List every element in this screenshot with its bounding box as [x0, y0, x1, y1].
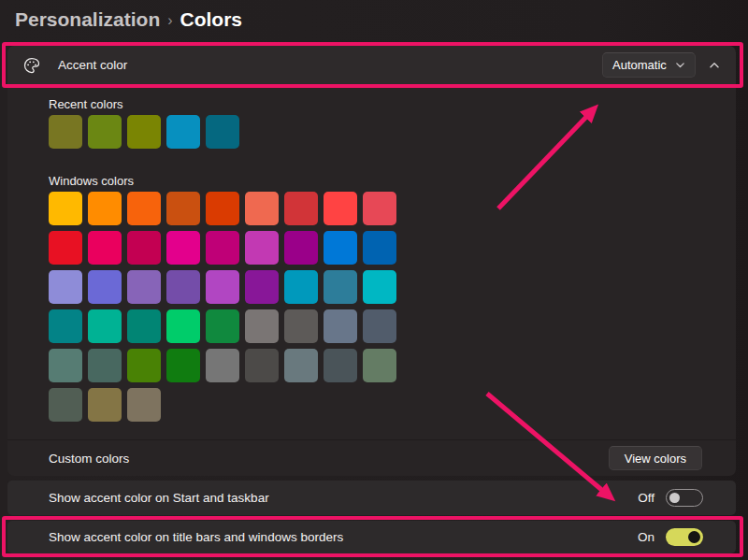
color-swatch[interactable]: [245, 270, 279, 304]
color-swatch[interactable]: [284, 270, 318, 304]
recent-colors-label: Recent colors: [49, 97, 122, 111]
color-swatch[interactable]: [363, 231, 396, 265]
accent-start-taskbar-row: Show accent color on Start and taskbar O…: [7, 481, 736, 515]
breadcrumb-separator: ›: [167, 10, 172, 29]
recent-colors-swatches: [49, 115, 239, 149]
toggle-knob: [669, 493, 680, 503]
accent-titlebar-row: Show accent color on title bars and wind…: [7, 521, 736, 553]
palette-icon: [22, 56, 41, 75]
color-swatch[interactable]: [127, 349, 161, 382]
accent-start-taskbar-toggle[interactable]: [666, 489, 703, 507]
settings-colors-page: Personalization › Colors Accent color Au…: [0, 0, 748, 560]
color-swatch[interactable]: [206, 270, 239, 304]
color-swatch[interactable]: [324, 270, 357, 304]
chevron-up-icon: [709, 60, 720, 71]
accent-titlebar-label: Show accent color on title bars and wind…: [49, 530, 343, 544]
color-swatch[interactable]: [49, 388, 82, 422]
color-swatch[interactable]: [166, 349, 200, 382]
toggle-state-off-label: Off: [638, 491, 654, 505]
page-title: Colors: [180, 8, 243, 31]
color-swatch[interactable]: [127, 231, 161, 265]
color-swatch[interactable]: [49, 309, 82, 343]
collapse-expander-button[interactable]: [704, 52, 725, 78]
color-swatch[interactable]: [88, 270, 122, 304]
color-swatch[interactable]: [206, 309, 239, 343]
color-swatch[interactable]: [127, 388, 161, 422]
color-swatch[interactable]: [88, 309, 122, 343]
color-swatch[interactable]: [88, 231, 122, 265]
accent-start-taskbar-label: Show accent color on Start and taskbar: [49, 491, 269, 505]
color-swatch[interactable]: [284, 192, 318, 225]
color-swatch[interactable]: [206, 231, 239, 265]
color-swatch[interactable]: [284, 309, 318, 343]
custom-colors-label: Custom colors: [49, 452, 129, 466]
color-swatch[interactable]: [88, 192, 122, 225]
color-swatch[interactable]: [245, 309, 279, 343]
color-swatch[interactable]: [166, 270, 200, 304]
accent-color-row[interactable]: Accent color Automatic: [7, 46, 736, 84]
custom-colors-row: Custom colors View colors: [7, 439, 736, 476]
color-swatch[interactable]: [166, 115, 200, 149]
color-swatch[interactable]: [166, 192, 200, 225]
color-swatch[interactable]: [127, 270, 161, 304]
color-swatch[interactable]: [245, 192, 279, 225]
breadcrumb-personalization[interactable]: Personalization: [15, 8, 160, 31]
color-swatch[interactable]: [324, 231, 357, 265]
color-swatch[interactable]: [324, 349, 357, 382]
color-swatch[interactable]: [49, 231, 82, 265]
color-swatch[interactable]: [127, 115, 161, 149]
accent-color-expanded-panel: Recent colors Windows colors: [7, 85, 736, 439]
color-swatch[interactable]: [206, 115, 239, 149]
accent-color-label: Accent color: [58, 58, 127, 72]
color-swatch[interactable]: [49, 270, 82, 304]
color-swatch[interactable]: [324, 309, 357, 343]
windows-colors-grid: [49, 192, 396, 422]
windows-colors-label: Windows colors: [49, 174, 134, 188]
color-swatch[interactable]: [88, 388, 122, 422]
color-swatch[interactable]: [88, 349, 122, 382]
color-swatch[interactable]: [245, 231, 279, 265]
color-swatch[interactable]: [284, 349, 318, 382]
color-swatch[interactable]: [127, 192, 161, 225]
color-swatch[interactable]: [363, 270, 396, 304]
chevron-down-icon: [675, 60, 685, 70]
toggle-state-on-label: On: [638, 530, 654, 544]
color-swatch[interactable]: [166, 231, 200, 265]
accent-titlebar-toggle[interactable]: [666, 528, 703, 546]
color-swatch[interactable]: [49, 349, 82, 382]
color-swatch[interactable]: [206, 192, 239, 225]
accent-mode-value: Automatic: [612, 58, 667, 72]
view-colors-button[interactable]: View colors: [609, 446, 702, 470]
color-swatch[interactable]: [166, 309, 200, 343]
toggle-knob: [688, 531, 700, 543]
color-swatch[interactable]: [284, 231, 318, 265]
color-swatch[interactable]: [245, 349, 279, 382]
color-swatch[interactable]: [206, 349, 239, 382]
color-swatch[interactable]: [363, 349, 396, 382]
color-swatch[interactable]: [49, 192, 82, 225]
color-swatch[interactable]: [363, 192, 396, 225]
color-swatch[interactable]: [324, 192, 357, 225]
color-swatch[interactable]: [127, 309, 161, 343]
color-swatch[interactable]: [88, 115, 122, 149]
breadcrumb: Personalization › Colors: [15, 4, 242, 36]
accent-mode-dropdown[interactable]: Automatic: [602, 52, 696, 78]
color-swatch[interactable]: [49, 115, 82, 149]
color-swatch[interactable]: [363, 309, 396, 343]
